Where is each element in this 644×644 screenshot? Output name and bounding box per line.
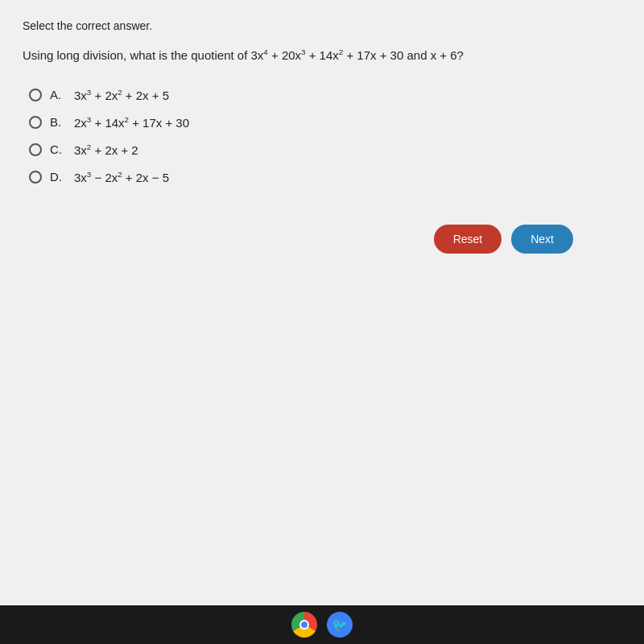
chrome-icon[interactable] <box>291 612 317 638</box>
option-d-text: 3x3 − 2x2 + 2x − 5 <box>74 170 169 184</box>
option-b[interactable]: B. 2x3 + 14x2 + 17x + 30 <box>29 115 621 130</box>
twitter-icon[interactable]: 🐦 <box>327 612 353 638</box>
reset-button[interactable]: Reset <box>434 225 502 254</box>
option-d[interactable]: D. 3x3 − 2x2 + 2x − 5 <box>29 170 621 184</box>
options-list: A. 3x3 + 2x2 + 2x + 5 B. 2x3 + 14x2 + 17… <box>29 88 621 184</box>
option-a-label: A. <box>50 88 66 101</box>
option-a[interactable]: A. 3x3 + 2x2 + 2x + 5 <box>29 88 621 102</box>
option-a-radio[interactable] <box>29 89 42 101</box>
question-text: Using long division, what is the quotien… <box>23 47 621 65</box>
option-c[interactable]: C. 3x2 + 2x + 2 <box>29 142 621 157</box>
buttons-row: Reset Next <box>23 225 621 254</box>
option-a-text: 3x3 + 2x2 + 2x + 5 <box>74 88 169 102</box>
next-button[interactable]: Next <box>511 225 573 254</box>
option-c-label: C. <box>50 142 66 156</box>
option-d-radio[interactable] <box>29 171 42 184</box>
main-content: Select the correct answer. Using long di… <box>0 0 644 605</box>
taskbar: 🐦 <box>0 605 644 644</box>
option-b-label: B. <box>50 115 66 129</box>
option-d-label: D. <box>50 170 66 184</box>
option-b-text: 2x3 + 14x2 + 17x + 30 <box>74 115 189 130</box>
instruction-text: Select the correct answer. <box>23 19 621 32</box>
option-c-radio[interactable] <box>29 143 42 156</box>
option-c-text: 3x2 + 2x + 2 <box>74 142 138 157</box>
option-b-radio[interactable] <box>29 116 42 129</box>
